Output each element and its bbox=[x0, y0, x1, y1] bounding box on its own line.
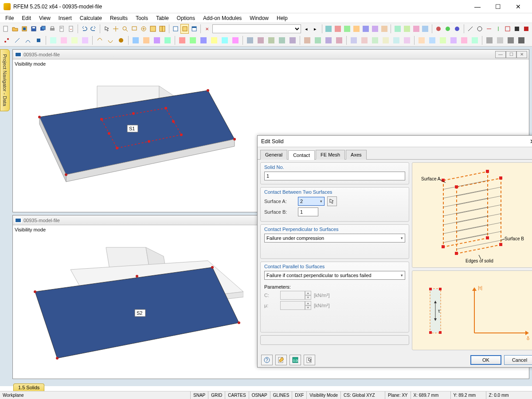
tool2-3[interactable] bbox=[23, 35, 33, 45]
surface-a-combo[interactable]: 2 bbox=[298, 197, 325, 206]
tool-undo[interactable] bbox=[80, 24, 88, 34]
tool2-k3[interactable] bbox=[506, 35, 516, 45]
tool-misc-16[interactable] bbox=[475, 24, 484, 34]
tool-misc-4[interactable] bbox=[352, 24, 361, 34]
tool2-j1[interactable] bbox=[417, 35, 426, 45]
tool2-i5[interactable] bbox=[391, 35, 401, 45]
tool2-5[interactable] bbox=[48, 35, 58, 45]
tool-zoom[interactable] bbox=[121, 24, 129, 34]
menu-options[interactable]: Options bbox=[173, 14, 199, 22]
tool-misc-3[interactable] bbox=[343, 24, 352, 34]
tool-nav-prev[interactable]: ◂ bbox=[302, 24, 310, 34]
tool-new[interactable] bbox=[2, 24, 10, 34]
tool2-g3[interactable] bbox=[266, 35, 276, 45]
tool2-j2[interactable] bbox=[427, 35, 437, 45]
maximize-button[interactable]: ☐ bbox=[488, 0, 508, 13]
menu-table[interactable]: Table bbox=[153, 14, 172, 22]
tool2-10[interactable] bbox=[106, 35, 115, 45]
tool2-h2[interactable] bbox=[313, 35, 323, 45]
menu-results[interactable]: Results bbox=[106, 14, 131, 22]
tool-open[interactable] bbox=[11, 24, 20, 34]
tool2-h4[interactable] bbox=[334, 35, 344, 45]
dialog-close-icon[interactable]: ✕ bbox=[530, 138, 532, 145]
tool2-i4[interactable] bbox=[381, 35, 391, 45]
menu-tools[interactable]: Tools bbox=[132, 14, 152, 22]
menu-addons[interactable]: Add-on Modules bbox=[200, 14, 245, 22]
tool2-f3[interactable] bbox=[199, 35, 208, 45]
tool2-7[interactable] bbox=[70, 35, 79, 45]
tool-misc-21[interactable] bbox=[522, 24, 530, 34]
pick-button[interactable] bbox=[304, 355, 315, 365]
solid-no-input[interactable] bbox=[264, 172, 405, 180]
pick-surface-button[interactable] bbox=[327, 196, 337, 206]
tool2-14[interactable] bbox=[152, 35, 162, 45]
tool-grid-active[interactable] bbox=[180, 24, 189, 34]
tool-misc-13[interactable] bbox=[444, 24, 452, 34]
tool2-4[interactable] bbox=[34, 35, 43, 45]
status-grid[interactable]: GRID bbox=[208, 391, 225, 399]
tool-export[interactable] bbox=[67, 24, 75, 34]
tool-zoomwin[interactable] bbox=[130, 24, 139, 34]
menu-window[interactable]: Window bbox=[246, 14, 272, 22]
view1-min[interactable]: — bbox=[495, 51, 506, 58]
tool2-f5[interactable] bbox=[220, 35, 230, 45]
tool-misc-9[interactable] bbox=[403, 24, 411, 34]
tool-select[interactable] bbox=[102, 24, 111, 34]
tool-misc-7[interactable] bbox=[380, 24, 388, 34]
view2-canvas[interactable]: S2 bbox=[13, 225, 243, 376]
tool-grid1[interactable] bbox=[171, 24, 180, 34]
tool-misc-19[interactable] bbox=[503, 24, 512, 34]
parallel-combo[interactable]: Failure if contact perpendicular to surf… bbox=[264, 271, 405, 280]
tool2-f4[interactable] bbox=[209, 35, 219, 45]
menu-calculate[interactable]: Calculate bbox=[76, 14, 106, 22]
tool-misc-14[interactable] bbox=[453, 24, 462, 34]
tool2-6[interactable] bbox=[59, 35, 69, 45]
tool2-1[interactable] bbox=[2, 35, 12, 45]
tool2-k4[interactable] bbox=[516, 35, 526, 45]
menu-help[interactable]: Help bbox=[273, 14, 291, 22]
perpendicular-combo[interactable]: Failure under compression bbox=[264, 234, 405, 243]
help-button[interactable]: ? bbox=[261, 355, 273, 365]
tool-redo[interactable] bbox=[89, 24, 98, 34]
tool2-h1[interactable] bbox=[302, 35, 312, 45]
project-navigator-tab[interactable]: Project Navigator - Data bbox=[0, 49, 10, 111]
edit-notes-button[interactable] bbox=[275, 355, 287, 365]
tool-open-model[interactable] bbox=[20, 24, 29, 34]
tool2-8[interactable] bbox=[80, 35, 90, 45]
status-osnap[interactable]: OSNAP bbox=[249, 391, 270, 399]
tool-misc-6[interactable] bbox=[371, 24, 379, 34]
tool-misc-18[interactable] bbox=[494, 24, 502, 34]
close-button[interactable]: ✕ bbox=[508, 0, 528, 13]
tool2-h3[interactable] bbox=[324, 35, 333, 45]
tool-x[interactable]: ✕ bbox=[203, 24, 211, 34]
tool-view1[interactable] bbox=[149, 24, 157, 34]
menu-insert[interactable]: Insert bbox=[55, 14, 75, 22]
tool2-g1[interactable] bbox=[245, 35, 255, 45]
tool-misc-10[interactable] bbox=[412, 24, 420, 34]
tool2-j4[interactable] bbox=[449, 35, 458, 45]
tool2-i2[interactable] bbox=[360, 35, 369, 45]
tool2-k2[interactable] bbox=[495, 35, 505, 45]
tool-misc-17[interactable] bbox=[485, 24, 493, 34]
tool-misc-20[interactable] bbox=[512, 24, 521, 34]
tool-print[interactable] bbox=[48, 24, 57, 34]
minimize-button[interactable]: — bbox=[467, 0, 488, 13]
tool2-9[interactable] bbox=[95, 35, 105, 45]
tool2-j5[interactable] bbox=[459, 35, 469, 45]
tool-misc-15[interactable] bbox=[466, 24, 474, 34]
tool-misc-12[interactable] bbox=[434, 24, 443, 34]
surface-b-input[interactable] bbox=[298, 207, 318, 216]
tool2-15[interactable] bbox=[163, 35, 172, 45]
tool-misc-2[interactable] bbox=[334, 24, 342, 34]
tool2-f1[interactable] bbox=[177, 35, 187, 45]
view1-close[interactable]: ✕ bbox=[516, 51, 527, 58]
view1-max[interactable]: ☐ bbox=[506, 51, 516, 58]
tab-fe-mesh[interactable]: FE Mesh bbox=[316, 150, 345, 160]
tool-nav-next[interactable]: ▸ bbox=[311, 24, 320, 34]
status-snap[interactable]: SNAP bbox=[191, 391, 208, 399]
table-tab-solids[interactable]: 1.5 Solids bbox=[13, 383, 44, 391]
tool-misc-11[interactable] bbox=[421, 24, 430, 34]
tool2-f6[interactable] bbox=[231, 35, 240, 45]
tool-misc-5[interactable] bbox=[362, 24, 370, 34]
tool2-g5[interactable] bbox=[288, 35, 297, 45]
